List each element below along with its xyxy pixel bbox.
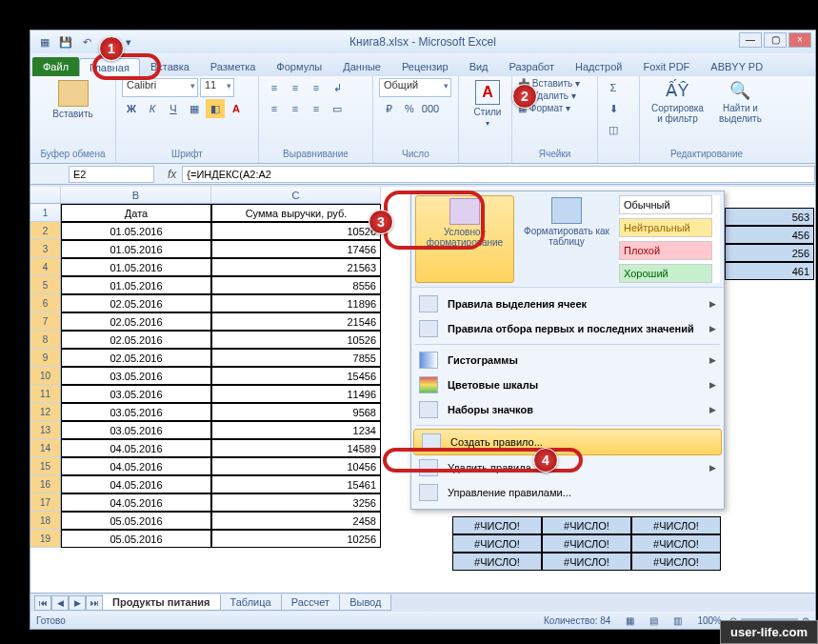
style-bad[interactable]: Плохой <box>619 241 712 260</box>
row-header[interactable]: 13 <box>30 421 61 439</box>
cell-date[interactable]: 04.05.2016 <box>61 493 211 512</box>
cell-date[interactable]: 01.05.2016 <box>61 222 211 240</box>
font-color-button[interactable]: А <box>227 99 246 118</box>
row-header[interactable]: 10 <box>30 367 61 385</box>
cell-date[interactable]: 01.05.2016 <box>61 258 211 276</box>
number-format-combo[interactable]: Общий <box>379 78 451 97</box>
comma-button[interactable]: 000 <box>421 99 440 118</box>
border-button[interactable]: ▦ <box>185 99 204 118</box>
row-header[interactable]: 3 <box>30 240 61 258</box>
err-cell[interactable]: #ЧИСЛО! <box>452 553 542 571</box>
sheet-table[interactable]: Таблица <box>220 594 282 611</box>
tab-view[interactable]: Вид <box>459 57 499 76</box>
err-cell[interactable]: #ЧИСЛО! <box>631 553 721 571</box>
sheet-calc[interactable]: Рассчет <box>281 594 341 611</box>
cell-value[interactable]: 1234 <box>211 421 381 439</box>
cell-value[interactable]: 15461 <box>211 475 381 493</box>
next-sheet-button[interactable]: ▶ <box>69 595 86 611</box>
cell-date[interactable]: 02.05.2016 <box>61 294 211 312</box>
wrap-button[interactable]: ↲ <box>328 78 347 97</box>
cell-date[interactable]: 03.05.2016 <box>61 403 211 421</box>
cell-date[interactable]: 01.05.2016 <box>61 240 211 258</box>
cell-value[interactable]: 15456 <box>211 367 381 385</box>
align-center-button[interactable]: ≡ <box>286 99 305 118</box>
menu-topbottom-rules[interactable]: Правила отбора первых и последних значен… <box>411 316 724 341</box>
cell-value[interactable]: 10526 <box>211 331 381 349</box>
italic-button[interactable]: К <box>143 99 162 118</box>
paste-button[interactable]: Вставить <box>36 78 110 121</box>
align-right-button[interactable]: ≡ <box>307 99 326 118</box>
cell-date[interactable]: 03.05.2016 <box>61 385 211 403</box>
merge-button[interactable]: ▭ <box>328 99 347 118</box>
cell-value[interactable]: 8556 <box>211 276 381 294</box>
name-box[interactable]: E2 <box>69 166 154 183</box>
sort-filter-button[interactable]: ẤŶ Сортировка и фильтр <box>646 78 709 126</box>
row-header[interactable]: 9 <box>30 349 61 367</box>
row-header[interactable]: 7 <box>30 312 61 331</box>
minimize-button[interactable]: — <box>739 32 762 48</box>
currency-button[interactable]: ₽ <box>379 99 398 118</box>
percent-button[interactable]: % <box>400 99 419 118</box>
tab-addin[interactable]: Надстрой <box>565 57 632 76</box>
row-header[interactable]: 1 <box>30 204 61 222</box>
err-cell[interactable]: #ЧИСЛО! <box>452 534 542 553</box>
sheet-output[interactable]: Вывод <box>339 594 391 611</box>
cell-value[interactable]: 17456 <box>211 240 381 258</box>
cell-value[interactable]: 14589 <box>211 439 381 457</box>
view-normal-button[interactable]: ▦ <box>626 615 634 626</box>
row-header[interactable]: 19 <box>30 530 61 548</box>
tab-abbyy[interactable]: ABBYY PD <box>700 57 773 76</box>
row-header[interactable]: 15 <box>30 457 61 475</box>
tab-insert[interactable]: Вставка <box>140 57 200 76</box>
cell-value[interactable]: 11896 <box>211 294 381 312</box>
col-B[interactable]: B <box>61 187 211 204</box>
cell-value[interactable]: 10456 <box>211 457 381 475</box>
err-cell[interactable]: #ЧИСЛО! <box>631 516 721 534</box>
cell-date[interactable]: 02.05.2016 <box>61 349 211 367</box>
cell-date[interactable]: 02.05.2016 <box>61 312 211 331</box>
fx-icon[interactable]: fx <box>168 168 176 181</box>
cell-value[interactable]: 9568 <box>211 403 381 421</box>
menu-iconsets[interactable]: Наборы значков▶ <box>411 397 724 422</box>
styles-button[interactable]: А Стили ▾ <box>465 78 510 130</box>
format-as-table-button[interactable]: Форматировать как таблицу <box>518 195 615 283</box>
font-size-combo[interactable]: 11 <box>200 78 234 97</box>
align-bot-button[interactable]: ≡ <box>307 78 326 97</box>
maximize-button[interactable]: ▢ <box>764 32 787 48</box>
cell-value[interactable]: 11496 <box>211 385 381 403</box>
err-cell[interactable]: #ЧИСЛО! <box>542 516 631 534</box>
menu-highlight-rules[interactable]: Правила выделения ячеек▶ <box>411 292 724 316</box>
cell-date[interactable]: 04.05.2016 <box>61 475 211 493</box>
sheet-products[interactable]: Продукты питания <box>102 594 221 611</box>
peek-3[interactable]: 461 <box>725 262 814 280</box>
cell-value[interactable]: 10526 <box>211 222 381 240</box>
row-header[interactable]: 14 <box>30 439 61 457</box>
align-left-button[interactable]: ≡ <box>265 99 284 118</box>
row-header[interactable]: 8 <box>30 331 61 349</box>
tab-review[interactable]: Рецензир <box>391 57 459 76</box>
find-select-button[interactable]: 🔍 Найти и выделить <box>713 78 768 126</box>
row-header[interactable]: 17 <box>30 493 61 512</box>
tab-file[interactable]: Файл <box>32 57 79 76</box>
cell-date[interactable]: 04.05.2016 <box>61 457 211 475</box>
col-C[interactable]: C <box>211 187 381 204</box>
row-header[interactable]: 2 <box>30 222 61 240</box>
select-all-corner[interactable] <box>30 187 61 204</box>
err-cell[interactable]: #ЧИСЛО! <box>542 553 631 571</box>
cell-value[interactable]: 2458 <box>211 512 381 530</box>
font-name-combo[interactable]: Calibri <box>122 78 198 97</box>
tab-foxit[interactable]: Foxit PDF <box>632 57 700 76</box>
cell-value[interactable]: 7855 <box>211 349 381 367</box>
cell-date[interactable]: 02.05.2016 <box>61 331 211 349</box>
tab-formulas[interactable]: Формулы <box>266 57 332 76</box>
peek-1[interactable]: 456 <box>725 226 814 244</box>
row-header[interactable]: 12 <box>30 403 61 421</box>
tab-layout[interactable]: Разметка <box>200 57 267 76</box>
align-top-button[interactable]: ≡ <box>265 78 284 97</box>
menu-databars[interactable]: Гистограммы▶ <box>411 348 724 372</box>
autosum-button[interactable]: Σ <box>604 78 623 97</box>
last-sheet-button[interactable]: ⏭ <box>86 595 103 611</box>
menu-new-rule[interactable]: Создать правило... <box>413 429 722 455</box>
view-layout-button[interactable]: ▤ <box>649 615 658 626</box>
style-normal[interactable]: Обычный <box>619 195 712 214</box>
